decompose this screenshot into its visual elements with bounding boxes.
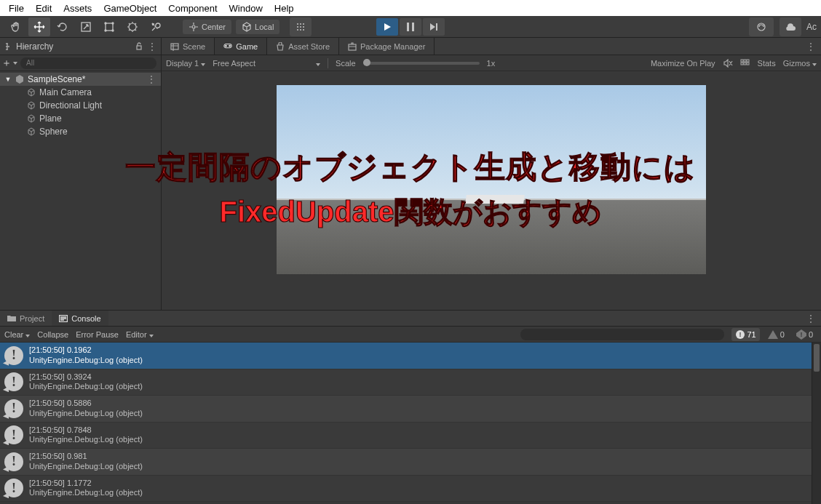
transform-tool-icon[interactable] (122, 17, 143, 36)
scale-slider[interactable] (363, 62, 480, 65)
panel-menu-icon[interactable]: ⋮ (801, 38, 821, 55)
gameobject-icon (26, 87, 36, 97)
log-row[interactable]: ! [21:50:50] 0.3924UnityEngine.Debug:Log… (0, 369, 812, 396)
menu-help[interactable]: Help (269, 3, 300, 14)
display-dropdown[interactable]: Display 1 (166, 59, 205, 68)
gameobject-icon (26, 127, 36, 137)
console-log-list: ! [21:50:50] 0.1962UnityEngine.Debug:Log… (0, 343, 812, 504)
space-toggle[interactable]: Local (236, 20, 279, 34)
menu-edit[interactable]: Edit (30, 3, 57, 14)
step-button[interactable] (423, 18, 445, 36)
render-output (277, 85, 706, 274)
console-search-input[interactable] (520, 329, 724, 340)
log-row[interactable]: ! [21:50:50] 0.5886UnityEngine.Debug:Log… (0, 396, 812, 423)
scale-tool-icon[interactable] (75, 17, 97, 36)
hierarchy-tree: ▼ SampleScene* ⋮ Main Camera Directional… (0, 71, 161, 310)
hierarchy-item[interactable]: Directional Light (0, 99, 161, 112)
vsync-icon[interactable] (740, 59, 750, 68)
tab-project[interactable]: Project (0, 311, 52, 326)
svg-rect-1 (106, 23, 113, 31)
svg-rect-28 (744, 60, 746, 62)
game-panel: Scene Game Asset Store Package Manager ⋮… (162, 38, 821, 310)
scale-label: Scale (336, 59, 356, 68)
pause-button[interactable] (400, 18, 421, 36)
hierarchy-title: Hierarchy (16, 41, 53, 52)
menubar: File Edit Assets GameObject Component Wi… (0, 0, 821, 16)
info-icon: ! (4, 372, 23, 391)
play-controls (376, 18, 445, 36)
menu-assets[interactable]: Assets (57, 3, 98, 14)
menu-component[interactable]: Component (162, 3, 223, 14)
menu-file[interactable]: File (3, 3, 30, 14)
svg-rect-22 (171, 44, 178, 49)
error-count-badge[interactable]: ! 0 (793, 328, 817, 341)
pivot-label: Center (202, 23, 226, 31)
svg-point-2 (105, 23, 106, 24)
scrollbar[interactable] (812, 343, 821, 504)
menu-window[interactable]: Window (223, 3, 269, 14)
pivot-toggle[interactable]: Center (183, 20, 231, 34)
panel-menu-icon[interactable]: ⋮ (148, 41, 156, 52)
svg-rect-21 (137, 46, 141, 49)
svg-rect-26 (349, 44, 356, 50)
play-button[interactable] (376, 18, 398, 36)
move-tool-icon[interactable] (28, 17, 50, 36)
info-count-badge[interactable]: ! 71 (731, 328, 760, 341)
collab-icon[interactable] (749, 17, 774, 36)
scene-row[interactable]: ▼ SampleScene* ⋮ (0, 73, 161, 86)
gizmos-dropdown[interactable]: Gizmos (783, 59, 817, 68)
tab-console[interactable]: Console (52, 311, 108, 326)
custom-tool-icon[interactable] (145, 17, 167, 36)
info-icon: ! (4, 346, 23, 365)
log-row[interactable]: ! [21:50:50] 0.7848UnityEngine.Debug:Log… (0, 423, 812, 449)
view-tabs: Scene Game Asset Store Package Manager ⋮ (162, 38, 821, 55)
svg-point-12 (300, 26, 301, 28)
create-dropdown[interactable]: ＋ (0, 57, 19, 70)
aspect-dropdown[interactable]: Free Aspect (213, 59, 320, 68)
svg-point-8 (297, 23, 298, 25)
tab-asset-store[interactable]: Asset Store (267, 38, 339, 55)
collapse-toggle[interactable]: Collapse (37, 330, 68, 339)
rotate-tool-icon[interactable] (52, 17, 74, 36)
hierarchy-item[interactable]: Plane (0, 112, 161, 125)
stats-toggle[interactable]: Stats (758, 59, 776, 68)
hierarchy-item-label: Main Camera (39, 87, 92, 97)
hierarchy-search-input[interactable] (20, 57, 156, 69)
rect-tool-icon[interactable] (98, 17, 120, 36)
warn-count-badge[interactable]: 0 (764, 328, 788, 341)
menu-gameobject[interactable]: GameObject (98, 3, 162, 14)
expand-arrow-icon[interactable]: ▼ (4, 76, 12, 83)
scene-menu-icon[interactable]: ⋮ (147, 74, 161, 84)
account-label[interactable]: Ac (806, 22, 817, 32)
svg-point-3 (112, 23, 114, 24)
svg-text:!: ! (739, 331, 741, 338)
info-icon: ! (4, 399, 23, 418)
toolbar: Center Local Ac (0, 16, 821, 38)
error-pause-toggle[interactable]: Error Pause (76, 330, 119, 339)
hierarchy-item[interactable]: Main Camera (0, 86, 161, 99)
tab-game[interactable]: Game (215, 38, 267, 55)
console-toolbar: Clear Collapse Error Pause Editor ! 71 0… (0, 327, 821, 343)
tab-scene[interactable]: Scene (162, 38, 215, 55)
tab-package-manager[interactable]: Package Manager (339, 38, 435, 55)
svg-rect-27 (741, 60, 743, 62)
hierarchy-item[interactable]: Sphere (0, 125, 161, 138)
mute-audio-icon[interactable] (723, 59, 733, 68)
log-row[interactable]: ! [21:50:50] 0.1962UnityEngine.Debug:Log… (0, 343, 812, 369)
panel-menu-icon[interactable]: ⋮ (801, 311, 821, 326)
cloud-icon[interactable] (780, 17, 801, 36)
bottom-panel: Project Console ⋮ Clear Collapse Error P… (0, 311, 821, 504)
gameobject-icon (26, 100, 36, 111)
svg-point-4 (105, 30, 106, 31)
lock-icon[interactable] (135, 42, 143, 51)
editor-dropdown[interactable]: Editor (126, 330, 154, 339)
log-row[interactable]: ! [21:50:50] 1.1772UnityEngine.Debug:Log… (0, 476, 812, 503)
hand-tool-icon[interactable] (5, 17, 27, 36)
log-row[interactable]: ! [21:50:50] 0.981UnityEngine.Debug:Log … (0, 449, 812, 476)
clear-button[interactable]: Clear (4, 330, 30, 339)
snap-icon[interactable] (290, 17, 312, 36)
svg-rect-17 (407, 23, 409, 31)
svg-rect-19 (436, 23, 437, 31)
info-icon: ! (4, 425, 23, 444)
maximize-on-play-toggle[interactable]: Maximize On Play (651, 59, 715, 68)
